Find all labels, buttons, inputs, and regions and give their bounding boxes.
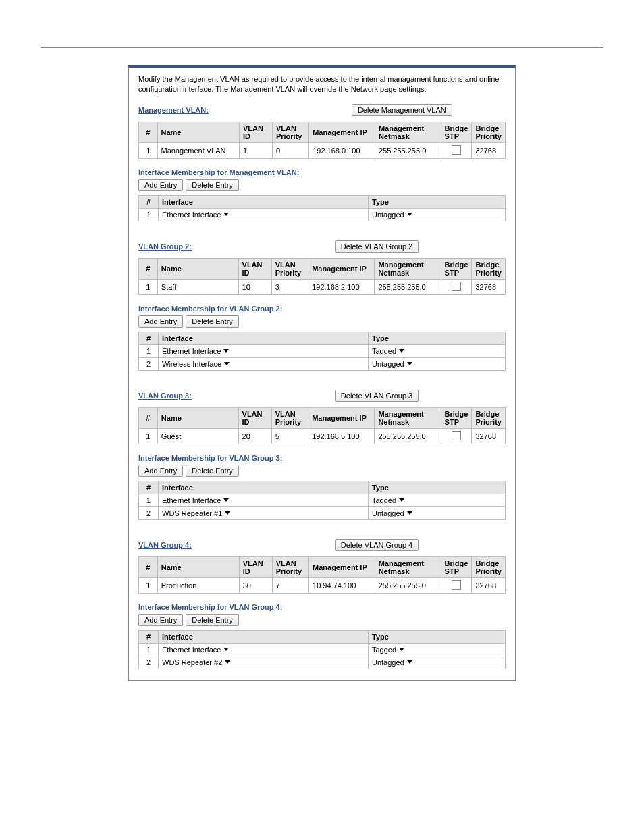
interface-select[interactable]: Ethernet Interface <box>162 211 229 219</box>
interface-select-label: Wireless Interface <box>162 360 221 368</box>
cell-mgmt-ip[interactable]: 192.168.5.100 <box>308 428 375 444</box>
cell-name[interactable]: Guest <box>157 428 238 444</box>
cell-vlan-id[interactable]: 10 <box>238 279 271 294</box>
col-mgmt-ip: Management IP <box>309 122 375 142</box>
col-mgmt-ip: Management IP <box>308 258 375 279</box>
interface-table: # Interface Type 1 Ethernet Interface Un… <box>138 195 506 221</box>
table-row: 1 Management VLAN 1 0 192.168.0.100 255.… <box>139 142 506 158</box>
interface-select[interactable]: Ethernet Interface <box>162 646 229 654</box>
cell-num: 1 <box>139 208 159 221</box>
interface-select-label: WDS Repeater #1 <box>162 509 222 517</box>
group-title: Management VLAN: <box>138 106 209 114</box>
interface-select[interactable]: WDS Repeater #1 <box>162 509 230 517</box>
bridge-stp-checkbox[interactable] <box>452 282 461 291</box>
add-entry-button[interactable]: Add Entry <box>138 315 183 328</box>
col-interface: Interface <box>159 630 369 643</box>
delete-entry-button[interactable]: Delete Entry <box>186 614 239 626</box>
table-row: 1 Ethernet Interface Untagged <box>139 208 506 221</box>
cell-name[interactable]: Staff <box>157 279 238 294</box>
cell-bridge-priority[interactable]: 32768 <box>472 428 506 444</box>
chevron-down-icon <box>407 660 412 664</box>
group-title: VLAN Group 2: <box>138 242 192 251</box>
interface-table: # Interface Type 1 Ethernet Interface Ta… <box>138 630 506 669</box>
cell-mgmt-netmask[interactable]: 255.255.255.0 <box>375 428 441 444</box>
delete-group-button[interactable]: Delete VLAN Group 3 <box>335 390 419 402</box>
cell-vlan-id[interactable]: 30 <box>239 577 272 593</box>
table-row: 2 Wireless Interface Untagged <box>139 357 506 370</box>
type-select-label: Untagged <box>372 509 404 517</box>
type-select-label: Tagged <box>372 646 396 654</box>
interface-select[interactable]: Ethernet Interface <box>162 347 229 355</box>
cell-bridge-priority[interactable]: 32768 <box>472 142 506 158</box>
vlan-group: VLAN Group 4: Delete VLAN Group 4 # Name… <box>138 539 506 673</box>
type-select[interactable]: Tagged <box>372 646 404 654</box>
chevron-down-icon <box>399 648 404 651</box>
cell-mgmt-ip[interactable]: 192.168.2.100 <box>308 279 375 294</box>
interface-select[interactable]: WDS Repeater #2 <box>162 658 230 667</box>
cell-name[interactable]: Production <box>157 577 239 593</box>
col-mgmt-netmask: Management Netmask <box>375 556 441 577</box>
bridge-stp-checkbox[interactable] <box>452 145 461 155</box>
interface-select[interactable]: Ethernet Interface <box>162 496 229 504</box>
col-interface: Interface <box>159 481 369 494</box>
interface-table: # Interface Type 1 Ethernet Interface Ta… <box>138 481 506 520</box>
chevron-down-icon <box>399 498 404 502</box>
cell-num: 2 <box>139 656 159 669</box>
chevron-down-icon <box>223 349 229 353</box>
col-num: # <box>139 332 159 344</box>
col-vlan-id: VLAN ID <box>238 258 271 279</box>
table-row: 1 Ethernet Interface Tagged <box>139 643 506 656</box>
cell-num: 2 <box>139 357 159 370</box>
col-name: Name <box>157 258 238 279</box>
cell-vlan-priority[interactable]: 7 <box>272 577 308 593</box>
cell-bridge-priority[interactable]: 32768 <box>472 279 506 294</box>
cell-mgmt-netmask[interactable]: 255.255.255.0 <box>375 577 441 593</box>
cell-num: 2 <box>139 506 159 519</box>
type-select[interactable]: Tagged <box>372 496 404 504</box>
type-select[interactable]: Untagged <box>372 658 412 667</box>
cell-bridge-priority[interactable]: 32768 <box>472 577 506 593</box>
cell-mgmt-netmask[interactable]: 255.255.255.0 <box>375 142 441 158</box>
delete-group-button[interactable]: Delete VLAN Group 4 <box>335 539 419 551</box>
cell-vlan-priority[interactable]: 5 <box>271 428 308 444</box>
col-num: # <box>139 481 159 494</box>
col-num: # <box>139 556 158 577</box>
interface-select[interactable]: Wireless Interface <box>162 360 230 368</box>
intro-text: Modify the Management VLAN as required t… <box>138 74 506 95</box>
delete-entry-button[interactable]: Delete Entry <box>186 315 239 328</box>
add-entry-button[interactable]: Add Entry <box>138 614 183 626</box>
vlan-group: VLAN Group 2: Delete VLAN Group 2 # Name… <box>138 240 506 390</box>
type-select-label: Untagged <box>372 360 404 368</box>
bridge-stp-checkbox[interactable] <box>452 431 461 440</box>
chevron-down-icon <box>407 362 412 365</box>
type-select[interactable]: Untagged <box>372 509 412 517</box>
type-select[interactable]: Tagged <box>372 347 404 355</box>
bridge-stp-checkbox[interactable] <box>452 580 461 590</box>
col-name: Name <box>157 122 239 142</box>
col-mgmt-ip: Management IP <box>308 407 375 428</box>
cell-vlan-priority[interactable]: 3 <box>271 279 308 294</box>
cell-num: 1 <box>139 142 158 158</box>
col-bridge-priority: Bridge Priority <box>472 258 506 279</box>
col-type: Type <box>369 195 506 208</box>
cell-vlan-priority[interactable]: 0 <box>272 142 308 158</box>
delete-entry-button[interactable]: Delete Entry <box>186 465 239 477</box>
delete-entry-button[interactable]: Delete Entry <box>186 179 239 191</box>
type-select[interactable]: Untagged <box>372 211 412 219</box>
delete-group-button[interactable]: Delete Management VLAN <box>352 104 452 116</box>
add-entry-button[interactable]: Add Entry <box>138 179 183 191</box>
cell-mgmt-ip[interactable]: 192.168.0.100 <box>309 142 375 158</box>
cell-mgmt-netmask[interactable]: 255.255.255.0 <box>375 279 441 294</box>
col-interface: Interface <box>159 195 369 208</box>
type-select[interactable]: Untagged <box>372 360 412 368</box>
delete-group-button[interactable]: Delete VLAN Group 2 <box>335 240 419 253</box>
cell-mgmt-ip[interactable]: 10.94.74.100 <box>309 577 375 593</box>
interface-select-label: Ethernet Interface <box>162 347 221 355</box>
vlan-group: Management VLAN: Delete Management VLAN … <box>138 104 506 240</box>
cell-vlan-id[interactable]: 20 <box>238 428 271 444</box>
cell-name[interactable]: Management VLAN <box>157 142 239 158</box>
cell-vlan-id[interactable]: 1 <box>240 142 273 158</box>
add-entry-button[interactable]: Add Entry <box>138 465 183 477</box>
chevron-down-icon <box>225 660 230 664</box>
chevron-down-icon <box>223 498 229 502</box>
